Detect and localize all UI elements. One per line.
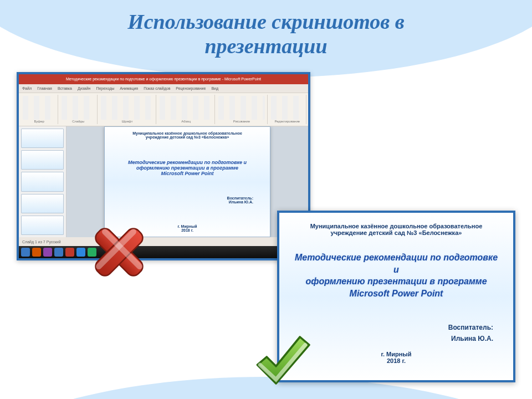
check-icon [249, 330, 316, 397]
tab-review: Рецензирование [176, 86, 206, 90]
tab-anim: Анимация [120, 86, 138, 90]
status-bar: Слайд 1 из 7 Русский [19, 237, 308, 246]
slide-author: Воспитатель: Ильина Ю.А. [291, 323, 501, 344]
slide-thumbnails [19, 126, 66, 237]
tab-design: Дизайн [78, 86, 91, 90]
title-line1: Использование скриншотов в [127, 10, 405, 33]
tab-trans: Переходы [96, 86, 114, 90]
taskbar [19, 246, 308, 258]
slide-main-title: Методические рекомендации по подготовке … [291, 252, 501, 299]
tab-insert: Вставка [58, 86, 72, 90]
app-titlebar: Методические рекомендации по подготовке … [19, 74, 308, 84]
tab-show: Показ слайдов [144, 86, 170, 90]
tab-home: Главная [37, 86, 52, 90]
org-name: Муниципальное казённое дошкольное образо… [291, 223, 501, 236]
cross-icon [83, 216, 155, 288]
tab-view: Вид [211, 86, 218, 90]
ribbon: Буфер Слайды Шрифт Абзац Рисование Редак… [19, 93, 308, 126]
tab-file: Файл [22, 86, 32, 90]
title-line2: презентации [22, 34, 510, 59]
screenshot-bad-example: Методические рекомендации по подготовке … [17, 72, 310, 260]
page-title: Использование скриншотов в презентации [0, 0, 532, 58]
slide-footer: г. Мирный 2018 г. [291, 351, 501, 364]
ribbon-tabs: Файл Главная Вставка Дизайн Переходы Ани… [19, 84, 308, 93]
